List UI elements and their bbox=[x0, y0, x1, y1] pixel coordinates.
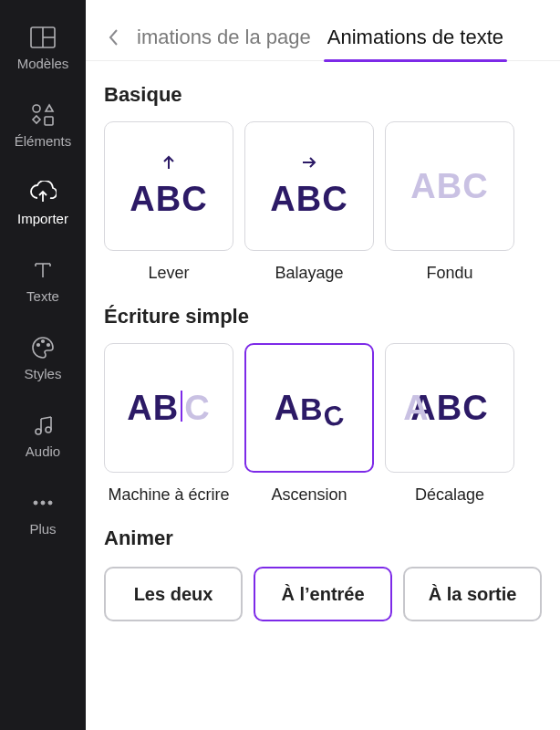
abc-preview: ABC bbox=[410, 167, 488, 206]
tab-text-animations[interactable]: Animations de texte bbox=[324, 18, 507, 60]
animation-thumb[interactable]: ABC bbox=[244, 121, 374, 251]
abc-preview: ABC bbox=[270, 180, 347, 219]
text-icon bbox=[32, 258, 54, 282]
animation-card-fade: ABC Fondu bbox=[385, 121, 514, 283]
abc-preview: ABC bbox=[275, 389, 345, 428]
abc-preview: AABC bbox=[410, 389, 488, 428]
svg-point-3 bbox=[33, 105, 40, 112]
animation-card-typewriter: ABC Machine à écrire bbox=[104, 343, 233, 505]
section-title: Basique bbox=[104, 83, 542, 107]
animation-thumb[interactable]: AABC bbox=[385, 343, 514, 473]
upload-cloud-icon bbox=[29, 181, 57, 204]
section-animate: Animer Les deux À l’entrée À la sortie bbox=[86, 505, 560, 640]
sidebar: Modèles Éléments Importer bbox=[0, 0, 86, 730]
sidebar-item-label: Texte bbox=[26, 289, 59, 303]
sidebar-item-import[interactable]: Importer bbox=[0, 164, 86, 242]
animation-card-ascend: ABC Ascension bbox=[244, 343, 374, 505]
animation-card-rise: ABC Lever bbox=[104, 121, 233, 283]
svg-point-14 bbox=[46, 427, 51, 433]
svg-line-17 bbox=[41, 417, 51, 419]
tab-page-animations[interactable]: imations de la page bbox=[133, 18, 315, 60]
arrow-up-icon bbox=[161, 154, 177, 174]
section-title: Animer bbox=[104, 527, 542, 550]
animate-in-button[interactable]: À l’entrée bbox=[254, 567, 392, 621]
sidebar-item-audio[interactable]: Audio bbox=[0, 397, 86, 474]
svg-point-10 bbox=[37, 344, 40, 347]
section-basic: Basique ABC Lever bbox=[86, 61, 560, 283]
animate-out-button[interactable]: À la sortie bbox=[403, 567, 542, 621]
card-grid: ABC Lever ABC Balayage ABC bbox=[104, 121, 542, 283]
sidebar-item-styles[interactable]: Styles bbox=[0, 319, 86, 397]
sidebar-item-more[interactable]: Plus bbox=[0, 474, 86, 552]
svg-rect-4 bbox=[45, 117, 53, 125]
animation-label: Machine à écrire bbox=[108, 485, 229, 505]
animation-label: Ascension bbox=[271, 485, 347, 505]
sidebar-item-label: Modèles bbox=[17, 57, 69, 70]
animation-label: Balayage bbox=[275, 264, 343, 283]
chevron-left-icon[interactable] bbox=[104, 24, 124, 55]
animation-label: Lever bbox=[148, 264, 189, 283]
abc-preview: ABC bbox=[130, 180, 207, 219]
arrow-right-icon bbox=[301, 154, 317, 174]
animation-card-pan: ABC Balayage bbox=[244, 121, 374, 283]
audio-icon bbox=[32, 413, 54, 437]
svg-point-12 bbox=[47, 344, 50, 347]
animation-thumb[interactable]: ABC bbox=[104, 343, 233, 473]
svg-point-20 bbox=[48, 501, 52, 505]
sidebar-item-label: Éléments bbox=[15, 134, 72, 148]
sidebar-item-elements[interactable]: Éléments bbox=[0, 87, 86, 164]
animate-button-row: Les deux À l’entrée À la sortie bbox=[104, 567, 542, 621]
sidebar-item-label: Importer bbox=[17, 212, 68, 225]
svg-point-11 bbox=[42, 340, 45, 343]
animation-label: Décalage bbox=[415, 485, 484, 505]
animation-thumb[interactable]: ABC bbox=[104, 121, 233, 251]
abc-preview: ABC bbox=[127, 389, 210, 428]
tabs-row: imations de la page Animations de texte bbox=[86, 0, 560, 60]
sidebar-item-label: Audio bbox=[26, 444, 60, 458]
palette-icon bbox=[31, 336, 55, 360]
sidebar-item-label: Styles bbox=[25, 367, 62, 381]
animation-card-shift: AABC Décalage bbox=[385, 343, 514, 505]
svg-point-13 bbox=[36, 429, 41, 434]
sidebar-item-templates[interactable]: Modèles bbox=[0, 9, 86, 87]
svg-point-18 bbox=[34, 501, 37, 505]
animate-both-button[interactable]: Les deux bbox=[104, 567, 243, 621]
animation-label: Fondu bbox=[426, 264, 472, 283]
sidebar-item-label: Plus bbox=[29, 522, 56, 536]
section-writing: Écriture simple ABC Machine à écrire ABC… bbox=[86, 283, 560, 505]
more-icon bbox=[32, 491, 54, 515]
animation-thumb[interactable]: ABC bbox=[244, 343, 374, 473]
animation-thumb[interactable]: ABC bbox=[385, 121, 514, 251]
card-grid: ABC Machine à écrire ABC Ascension AABC bbox=[104, 343, 542, 505]
main-panel: imations de la page Animations de texte … bbox=[86, 0, 560, 730]
elements-icon bbox=[31, 103, 55, 127]
svg-point-19 bbox=[41, 501, 45, 505]
section-title: Écriture simple bbox=[104, 305, 542, 328]
sidebar-item-text[interactable]: Texte bbox=[0, 242, 86, 319]
templates-icon bbox=[30, 26, 56, 49]
